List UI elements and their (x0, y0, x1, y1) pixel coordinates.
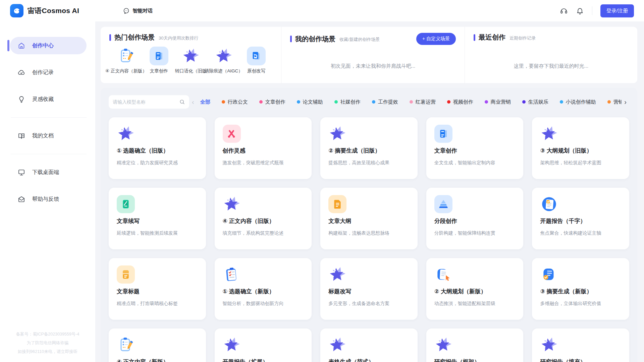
category-dot (334, 100, 338, 104)
hot-scene-label: 文章创作 (150, 68, 168, 74)
category-tab[interactable]: 论文辅助 (297, 97, 323, 107)
clipboard-pencil-icon (117, 336, 198, 354)
clipboard-pencil-icon (117, 47, 136, 65)
category-tab[interactable]: 红薯运营 (410, 97, 436, 107)
hot-scene-item[interactable]: ④ 正文内容（新版） (109, 47, 143, 74)
app-logo-whale-icon (10, 4, 23, 17)
model-card-title: ① 选题确立（新版） (223, 288, 304, 295)
book-blue-icon (434, 125, 516, 143)
category-dot (372, 100, 375, 104)
category-tab-label: 论文辅助 (303, 99, 323, 105)
model-card[interactable]: 表格生成（范式） (320, 328, 418, 362)
star-icon (434, 336, 516, 354)
model-card[interactable]: 文章大纲构建框架，流畅表达思想脉络 (320, 188, 418, 249)
bell-icon[interactable] (576, 7, 584, 15)
my-scenes-panel: 我的创作场景 收藏/新建的创作场景 + 自定义场景 初次见面，未来让我和你并肩战… (281, 27, 465, 83)
headphones-icon[interactable] (560, 7, 568, 15)
pyramid-blue-icon (434, 195, 516, 213)
category-tab[interactable]: 行政公文 (222, 97, 248, 107)
nav-smart-chat[interactable]: 智能对话 (123, 7, 153, 14)
model-card-desc: 分阶构建，智能保障结构连贯 (434, 230, 516, 236)
login-register-button[interactable]: 登录/注册 (600, 4, 634, 17)
model-card[interactable]: 研究报告（填充） (532, 328, 629, 362)
category-tab[interactable]: 工作提效 (372, 97, 398, 107)
model-card-title: ② 摘要生成（旧版） (328, 147, 410, 155)
hot-scene-item[interactable]: 转口语化（旧版 (175, 47, 207, 74)
category-dot (297, 100, 300, 104)
model-card-title: 标题改写 (328, 288, 410, 295)
search-icon (179, 99, 185, 105)
sidebar-item-label: 创作中心 (32, 42, 54, 49)
sidebar-item-docs[interactable]: 我的文档 (10, 127, 87, 144)
model-card[interactable]: 研究报告（框架） (426, 328, 524, 362)
category-tab[interactable]: 生活娱乐 (522, 97, 548, 107)
model-card[interactable]: ③ 大纲规划（旧版）架构思维，轻松筑起学术蓝图 (532, 117, 629, 179)
category-tab[interactable]: 社媒创作 (334, 97, 361, 107)
sidebar-item-cloud[interactable]: 创作记录 (10, 64, 87, 81)
model-card[interactable]: ④ 正文内容（新版） (109, 328, 206, 362)
model-card[interactable]: 文章创作全文生成，智能输出定制内容 (426, 117, 524, 179)
model-card-desc: 多维融合，立体输出研究价值 (540, 301, 621, 307)
sidebar: 创作中心创作记录灵感收藏我的文档下载桌面端帮助与反馈 备案号：蜀ICP备2023… (0, 21, 95, 362)
model-card[interactable]: 文章标题精准点睛，打造吸睛核心标签 (109, 258, 206, 320)
sidebar-item-home[interactable]: 创作中心 (10, 37, 87, 54)
category-dot (447, 100, 450, 104)
model-card-title: 研究报告（填充） (540, 358, 621, 362)
category-tab[interactable]: 小说创作辅助 (560, 97, 596, 107)
model-card[interactable]: ④ 正文内容（旧版）填充细节，系统构筑完整论述 (215, 188, 312, 249)
book-blue-icon (150, 47, 168, 65)
category-tab[interactable]: 全部 (200, 97, 210, 107)
hot-scene-item[interactable]: 原创改写 (240, 47, 272, 74)
star-icon (223, 336, 304, 354)
model-card-desc: 智能分析，数据驱动创新方向 (223, 301, 304, 307)
notebook-teal-icon (117, 195, 198, 213)
model-search-input[interactable] (113, 99, 179, 105)
model-card[interactable]: ② 摘要生成（旧版）提炼思想，高效呈现核心成果 (320, 117, 418, 179)
hot-scene-item[interactable]: 清除痕迹（AIGC） (207, 47, 240, 74)
nav-smart-chat-label: 智能对话 (132, 8, 153, 14)
sidebar-item-monitor[interactable]: 下载桌面端 (10, 164, 87, 181)
category-dot (607, 100, 611, 104)
my-scenes-title: 我的创作场景 (295, 35, 335, 44)
sidebar-item-mail[interactable]: 帮助与反馈 (10, 190, 87, 208)
sidebar-item-label: 我的文档 (32, 132, 54, 139)
tabs-scroll-right-icon[interactable]: › (622, 98, 629, 106)
model-card[interactable]: ① 选题确立（新版）智能分析，数据驱动创新方向 (215, 258, 312, 320)
model-card[interactable]: 文章续写延续逻辑，智能推测后续发展 (109, 188, 206, 249)
brand-title: 宙语Cosmos AI (28, 6, 79, 15)
model-card[interactable]: 开题报告（千字）焦点聚合，快速构建论证主轴 (532, 188, 629, 249)
model-card[interactable]: ① 选题确立（旧版）精准定位，助力发掘研究灵感 (109, 117, 206, 179)
model-card[interactable]: 开题报告（扩展） (215, 328, 312, 362)
tabs-scroll-left-icon[interactable]: ‹ (189, 98, 197, 106)
category-tab-label: 文章创作 (265, 99, 285, 105)
home-icon (17, 42, 25, 50)
star-icon (328, 336, 410, 354)
model-card-desc: 架构思维，轻松筑起学术蓝图 (540, 160, 621, 166)
model-card[interactable]: ③ 摘要生成（新版）多维融合，立体输出研究价值 (532, 258, 629, 320)
section-bar (474, 34, 475, 41)
monitor-icon (17, 168, 25, 176)
model-card-desc: 多元变形，生成备选命名方案 (328, 301, 410, 307)
main-content: 热门创作场景 30天内使用次数排行 ④ 正文内容（新版） 文章创作 转口语化（旧… (95, 21, 644, 362)
docs-icon (17, 132, 25, 140)
model-card[interactable]: 标题改写多元变形，生成备选命名方案 (320, 258, 418, 320)
hot-scene-item[interactable]: 文章创作 (143, 47, 175, 74)
category-tab[interactable]: 营销软文 (607, 97, 622, 107)
model-card-title: 文章标题 (117, 288, 198, 295)
recent-subtitle: 近期创作记录 (509, 35, 536, 41)
sidebar-item-label: 帮助与反馈 (32, 196, 59, 203)
model-card[interactable]: 分段创作分阶构建，智能保障结构连贯 (426, 188, 524, 249)
model-card[interactable]: ② 大纲规划（新版）动态推演，智能适配框架层级 (426, 258, 524, 320)
sidebar-item-bulb[interactable]: 灵感收藏 (10, 90, 87, 108)
model-card-title: ② 大纲规划（新版） (434, 288, 516, 295)
custom-scene-button[interactable]: + 自定义场景 (416, 33, 456, 45)
category-tab[interactable]: 文章创作 (259, 97, 285, 107)
models-panel: ‹ 全部行政公文文章创作论文辅助社媒创作工作提效红薯运营视频创作商业营销生活娱乐… (101, 88, 637, 362)
model-card-grid: ① 选题确立（旧版）精准定位，助力发掘研究灵感 创作灵感激发创意，突破思维定式瓶… (109, 117, 629, 362)
category-tab[interactable]: 商业营销 (485, 97, 511, 107)
model-card[interactable]: 创作灵感激发创意，突破思维定式瓶颈 (215, 117, 312, 179)
category-tab[interactable]: 视频创作 (447, 97, 473, 107)
sidebar-divider (11, 117, 87, 118)
doc-orange-icon (328, 195, 410, 213)
model-card-desc: 提炼思想，高效呈现核心成果 (328, 160, 410, 166)
